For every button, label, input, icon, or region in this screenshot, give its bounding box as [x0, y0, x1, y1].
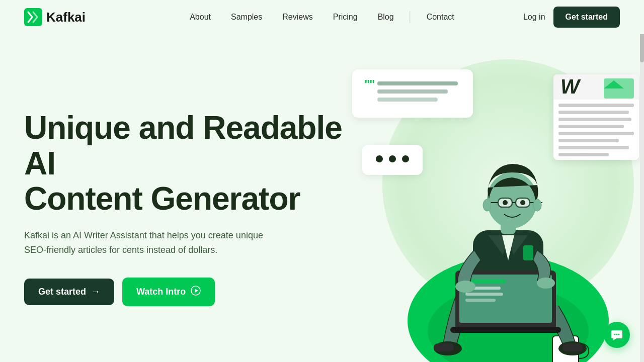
svg-rect-36	[465, 293, 503, 296]
chat-icon	[610, 328, 623, 341]
logo-link[interactable]: Kafkai	[24, 8, 86, 26]
get-started-hero-button[interactable]: Get started →	[24, 279, 114, 305]
hero-person-illustration	[377, 89, 629, 362]
hero-subtitle: Kafkai is an AI Writer Assistant that he…	[24, 228, 276, 257]
svg-point-50	[483, 199, 491, 211]
logo-icon	[24, 8, 42, 26]
svg-rect-29	[562, 343, 583, 351]
svg-point-52	[614, 334, 616, 335]
navbar: Kafkai About Samples Reviews Pricing Blo…	[0, 0, 644, 34]
svg-point-49	[520, 200, 525, 205]
play-icon	[191, 286, 201, 298]
brand-name: Kafkai	[46, 10, 86, 25]
scrollbar[interactable]	[640, 0, 644, 362]
svg-text:": "	[369, 77, 375, 91]
hero-illustration: " " W	[332, 29, 644, 362]
svg-rect-31	[523, 245, 533, 260]
nav-samples[interactable]: Samples	[223, 9, 270, 25]
hero-buttons: Get started → Watch Intro	[24, 278, 352, 306]
nav-reviews[interactable]: Reviews	[274, 9, 320, 25]
nav-pricing[interactable]: Pricing	[325, 9, 366, 25]
hero-content: Unique and Readable AI Content Generator…	[24, 110, 352, 306]
login-button[interactable]: Log in	[523, 13, 545, 22]
svg-marker-2	[195, 289, 198, 293]
chat-widget[interactable]	[604, 322, 630, 348]
svg-point-54	[618, 334, 620, 335]
svg-rect-27	[434, 343, 454, 351]
svg-point-48	[503, 200, 508, 205]
svg-point-39	[455, 281, 475, 293]
get-started-nav-button[interactable]: Get started	[553, 7, 620, 28]
svg-rect-5	[377, 81, 458, 85]
svg-point-53	[616, 334, 618, 335]
arrow-icon: →	[91, 287, 100, 297]
watch-intro-button[interactable]: Watch Intro	[122, 278, 215, 306]
svg-point-51	[533, 199, 541, 211]
nav-right: Log in Get started	[523, 7, 620, 28]
hero-title: Unique and Readable AI Content Generator	[24, 110, 352, 216]
hero-section: Unique and Readable AI Content Generator…	[0, 34, 644, 362]
nav-divider	[410, 11, 411, 23]
nav-blog[interactable]: Blog	[370, 9, 402, 25]
svg-rect-37	[465, 299, 496, 302]
svg-point-40	[537, 278, 555, 289]
svg-rect-38	[450, 327, 561, 333]
nav-about[interactable]: About	[182, 9, 219, 25]
nav-contact[interactable]: Contact	[419, 9, 462, 25]
svg-rect-0	[24, 8, 42, 26]
nav-links: About Samples Reviews Pricing Blog Conta…	[182, 11, 462, 23]
